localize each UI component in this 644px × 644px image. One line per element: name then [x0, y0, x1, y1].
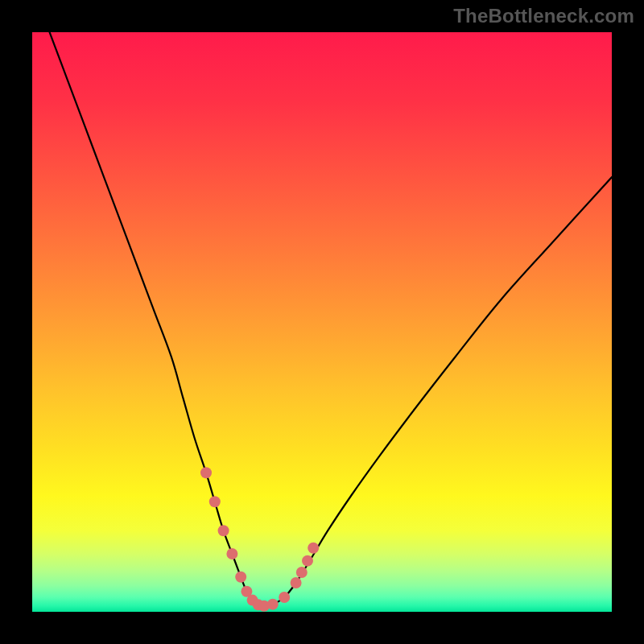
chart-canvas — [32, 32, 612, 612]
marker-point — [308, 543, 319, 554]
bottleneck-curve — [50, 32, 612, 606]
marker-point — [209, 496, 221, 507]
marker-group — [200, 467, 319, 612]
marker-point — [296, 567, 308, 578]
plot-area — [32, 32, 612, 612]
marker-point — [267, 599, 279, 610]
marker-point — [226, 548, 237, 559]
marker-point — [302, 555, 313, 567]
marker-point — [291, 577, 302, 588]
marker-point — [279, 592, 290, 603]
marker-point — [200, 467, 212, 478]
marker-point — [235, 572, 246, 583]
marker-point — [218, 525, 229, 536]
watermark-text: TheBottleneck.com — [453, 5, 634, 27]
outer-frame: TheBottleneck.com — [0, 0, 644, 644]
